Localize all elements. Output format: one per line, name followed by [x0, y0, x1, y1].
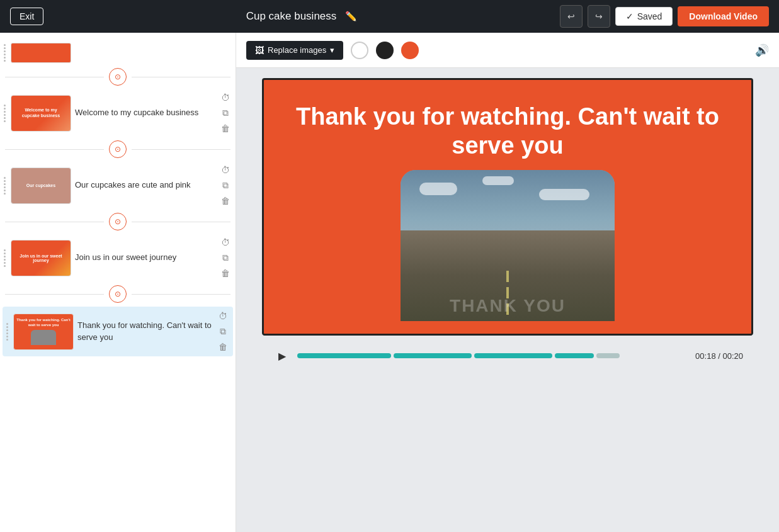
- slide-delete-2[interactable]: 🗑: [220, 195, 230, 207]
- drag-handle[interactable]: [3, 44, 7, 62]
- road-dash-1: [506, 271, 509, 282]
- replace-images-label: Replace images: [268, 45, 326, 55]
- slide-timer-4[interactable]: ⏱: [218, 310, 228, 322]
- toolbar: 🖼 Replace images ▾ 🔊: [236, 33, 779, 68]
- progress-segment-4[interactable]: [555, 353, 594, 358]
- divider-line: [132, 149, 230, 150]
- road-scene: THANK YOU: [401, 170, 615, 321]
- slide-delete-1[interactable]: 🗑: [220, 123, 230, 134]
- cloud-2: [539, 189, 589, 200]
- divider-line: [132, 77, 230, 77]
- preview-area: Thank you for watching. Can't wait to se…: [236, 68, 779, 532]
- divider-line: [132, 222, 230, 222]
- slide-partial-top: [0, 38, 236, 64]
- slide-actions-3: ⏱ ⧉ 🗑: [220, 237, 230, 279]
- divider-line: [5, 222, 104, 222]
- divider-line: [5, 294, 104, 295]
- check-icon: ✓: [626, 11, 634, 21]
- slide-thumb-3: Join us in our sweet journey: [11, 240, 71, 276]
- playback-row: ▶ 00:18 / 00:20: [262, 339, 753, 372]
- slide-row-1[interactable]: Welcome to mycupcake business Welcome to…: [0, 88, 236, 138]
- divider-line: [132, 294, 230, 295]
- drag-handle-2[interactable]: [3, 177, 7, 195]
- preview-text-area: Thank you for watching. Can't wait to se…: [264, 80, 751, 170]
- slide-row-2[interactable]: Our cupcakes Our cupcakes are cute and p…: [0, 161, 236, 210]
- exit-button[interactable]: Exit: [10, 8, 43, 25]
- layers-icon-3[interactable]: ⊙: [109, 285, 127, 303]
- color-black-button[interactable]: [376, 42, 394, 59]
- replace-images-button[interactable]: 🖼 Replace images ▾: [246, 41, 343, 60]
- slide-label-2: Our cupcakes are cute and pink: [75, 179, 217, 191]
- slide-copy-4[interactable]: ⧉: [219, 325, 227, 337]
- edit-title-icon[interactable]: ✏️: [345, 11, 357, 22]
- saved-label: Saved: [637, 11, 662, 21]
- saved-button[interactable]: ✓ Saved: [615, 7, 673, 26]
- divider-2: ⊙: [0, 210, 236, 233]
- cloud-1: [419, 183, 457, 195]
- progress-segment-5[interactable]: [596, 353, 620, 358]
- slide-delete-3[interactable]: 🗑: [220, 268, 230, 279]
- download-video-button[interactable]: Download Video: [678, 6, 769, 26]
- layers-icon-2[interactable]: ⊙: [109, 213, 127, 230]
- color-orange-button[interactable]: [401, 42, 419, 59]
- progress-segment-3[interactable]: [474, 353, 552, 358]
- slide-thumb-1: Welcome to mycupcake business: [11, 95, 71, 132]
- layers-icon-0[interactable]: ⊙: [109, 68, 127, 86]
- slide-actions-4: ⏱ ⧉ 🗑: [218, 310, 228, 353]
- preview-image-container: THANK YOU: [264, 170, 751, 334]
- drag-handle-1[interactable]: [3, 105, 7, 122]
- preview-image: THANK YOU: [401, 170, 615, 321]
- drag-handle-3[interactable]: [3, 249, 7, 267]
- topbar-right: ↩ ↪ ✓ Saved Download Video: [560, 5, 769, 28]
- slide-row-3[interactable]: Join us in our sweet journey Join us in …: [0, 233, 236, 283]
- slide-thumb-4: Thank you for watching. Can't wait to se…: [13, 314, 74, 350]
- topbar: Exit Cup cake business ✏️ ↩ ↪ ✓ Saved Do…: [0, 0, 779, 33]
- slide-copy-3[interactable]: ⧉: [222, 252, 229, 264]
- image-icon: 🖼: [255, 45, 264, 55]
- slide-copy-1[interactable]: ⧉: [222, 107, 229, 119]
- sidebar: ⊙ Welcome to mycupcake business Welcome …: [0, 33, 236, 532]
- topbar-center: Cup cake business ✏️: [246, 10, 358, 23]
- slide-timer-3[interactable]: ⏱: [220, 237, 230, 248]
- chevron-down-icon: ▾: [330, 45, 334, 55]
- preview-headline: Thank you for watching. Can't wait to se…: [289, 103, 726, 160]
- road-text: THANK YOU: [401, 296, 615, 316]
- divider-1: ⊙: [0, 138, 236, 161]
- slide-label-4: Thank you for watching. Can't wait to se…: [77, 320, 214, 342]
- progress-segment-1[interactable]: [297, 353, 391, 358]
- video-preview: Thank you for watching. Can't wait to se…: [262, 78, 753, 336]
- slide-actions-1: ⏱ ⧉ 🗑: [220, 92, 230, 134]
- undo-button[interactable]: ↩: [560, 5, 583, 28]
- slide-label-1: Welcome to my cupcake business: [75, 107, 217, 118]
- slide-label-3: Join us in our sweet journey: [75, 252, 217, 263]
- divider-0: ⊙: [0, 65, 236, 88]
- divider-3: ⊙: [0, 283, 236, 305]
- divider-line: [5, 77, 104, 77]
- slide-delete-4[interactable]: 🗑: [218, 341, 228, 353]
- slide-timer-2[interactable]: ⏱: [220, 164, 230, 176]
- divider-line: [5, 149, 104, 150]
- progress-segment-2[interactable]: [394, 353, 472, 358]
- color-white-button[interactable]: [351, 42, 368, 59]
- time-display: 00:18 / 00:20: [695, 351, 743, 361]
- slide-row-4[interactable]: Thank you for watching. Can't wait to se…: [3, 307, 233, 356]
- redo-button[interactable]: ↪: [588, 5, 610, 28]
- topbar-left: Exit: [10, 8, 43, 25]
- layers-icon-1[interactable]: ⊙: [109, 140, 127, 158]
- slide-thumb-2: Our cupcakes: [11, 167, 71, 204]
- volume-button[interactable]: 🔊: [755, 43, 769, 57]
- play-button[interactable]: ▶: [272, 346, 292, 366]
- cloud-3: [482, 176, 514, 185]
- drag-handle-4[interactable]: [5, 323, 9, 341]
- slide-actions-2: ⏱ ⧉ 🗑: [220, 164, 230, 207]
- main-area: 🖼 Replace images ▾ 🔊 Thank you for watch…: [236, 33, 779, 532]
- project-title: Cup cake business: [246, 10, 337, 23]
- progress-bar[interactable]: [297, 353, 688, 358]
- slide-timer-1[interactable]: ⏱: [220, 92, 230, 103]
- slide-copy-2[interactable]: ⧉: [222, 179, 229, 191]
- slide-thumb-partial: [11, 43, 71, 63]
- main-layout: ⊙ Welcome to mycupcake business Welcome …: [0, 33, 779, 532]
